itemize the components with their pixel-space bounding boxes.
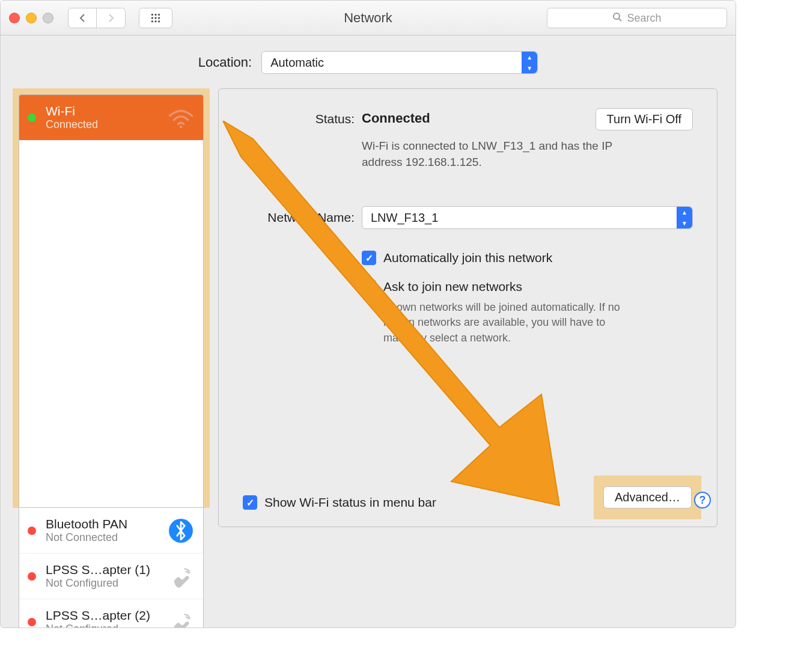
nav-buttons [68, 8, 126, 28]
forward-button[interactable] [97, 8, 126, 28]
svg-point-6 [151, 20, 153, 22]
modem-icon [166, 561, 196, 591]
svg-point-2 [158, 13, 160, 15]
item-status: Not Configured [46, 623, 166, 628]
status-value: Connected [362, 111, 430, 126]
svg-point-7 [154, 20, 156, 22]
svg-point-4 [154, 17, 156, 19]
window-body: Location: Automatic ▲▼ Wi-FiConnected [1, 35, 736, 628]
item-status: Connected [46, 118, 166, 132]
show-menubar-checkbox[interactable]: ✓ [243, 495, 257, 510]
status-dot-icon [28, 527, 36, 535]
svg-point-1 [154, 13, 156, 15]
network-name-value: LNW_F13_1 [371, 211, 438, 225]
show-menubar-label: Show Wi-Fi status in menu bar [264, 495, 436, 510]
select-stepper-icon: ▲▼ [677, 207, 692, 228]
advanced-button[interactable]: Advanced… [603, 486, 692, 509]
network-name-label: Network Name: [243, 210, 355, 225]
location-label: Location: [198, 55, 252, 70]
auto-join-label: Automatically join this network [383, 251, 552, 265]
interface-sidebar: Wi-FiConnected Bluetooth PANNot Connecte… [19, 88, 204, 628]
status-description: Wi-Fi is connected to LNW_F13_1 and has … [362, 138, 638, 170]
svg-point-3 [151, 17, 153, 19]
sidebar-item-lpss-2[interactable]: LPSS S…apter (2)Not Configured [19, 599, 203, 628]
item-name: Bluetooth PAN [46, 516, 166, 531]
help-button[interactable]: ? [694, 492, 711, 509]
back-button[interactable] [68, 8, 97, 28]
search-field[interactable]: Search [547, 8, 727, 28]
item-name: Wi-Fi [46, 103, 166, 118]
status-label: Status: [243, 111, 355, 126]
ask-join-description: Known networks will be joined automatica… [383, 300, 642, 346]
svg-point-8 [158, 20, 160, 22]
svg-point-0 [151, 13, 153, 15]
annotation-highlight-advanced: Advanced… [594, 475, 701, 519]
status-dot-icon [28, 114, 36, 122]
turn-wifi-off-button[interactable]: Turn Wi-Fi Off [595, 108, 693, 130]
minimize-window-button[interactable] [26, 13, 37, 23]
search-icon [612, 12, 622, 25]
search-placeholder: Search [627, 12, 661, 25]
location-value: Automatic [270, 56, 324, 70]
sidebar-item-lpss-1[interactable]: LPSS S…apter (1)Not Configured [19, 554, 203, 599]
status-dot-icon [28, 618, 36, 626]
sidebar-item-wifi[interactable]: Wi-FiConnected [19, 95, 203, 141]
sidebar-item-bluetooth-pan[interactable]: Bluetooth PANNot Connected [19, 508, 203, 554]
svg-line-10 [619, 19, 621, 21]
item-name: LPSS S…apter (2) [46, 608, 166, 623]
auto-join-checkbox[interactable]: ✓ [362, 251, 376, 265]
traffic-lights [9, 13, 53, 23]
status-dot-icon [28, 572, 36, 581]
bluetooth-icon [166, 516, 196, 546]
ask-join-checkbox[interactable] [362, 279, 376, 294]
item-status: Not Connected [46, 531, 166, 545]
svg-point-11 [180, 125, 183, 128]
zoom-window-button[interactable] [43, 13, 53, 23]
close-window-button[interactable] [9, 13, 20, 23]
item-name: LPSS S…apter (1) [46, 562, 166, 577]
titlebar: Network Search [1, 1, 736, 35]
show-all-button[interactable] [139, 8, 172, 28]
location-select[interactable]: Automatic ▲▼ [261, 51, 538, 74]
wifi-icon [166, 103, 196, 133]
interface-list-rest[interactable]: Bluetooth PANNot Connected LPSS S…apter … [19, 508, 204, 628]
ask-join-label: Ask to join new networks [383, 279, 522, 294]
modem-icon [166, 607, 196, 629]
network-name-select[interactable]: LNW_F13_1 ▲▼ [362, 206, 693, 229]
annotation-highlight-sidebar: Wi-FiConnected [13, 88, 210, 508]
select-stepper-icon: ▲▼ [522, 52, 537, 73]
svg-point-5 [158, 17, 160, 19]
network-prefs-window: Network Search Location: Automatic ▲▼ Wi… [0, 0, 736, 628]
svg-point-9 [614, 13, 620, 19]
item-status: Not Configured [46, 577, 166, 590]
interface-list[interactable]: Wi-FiConnected [19, 94, 204, 508]
main-panel: Status: Connected Turn Wi-Fi Off Wi-Fi i… [218, 88, 717, 527]
